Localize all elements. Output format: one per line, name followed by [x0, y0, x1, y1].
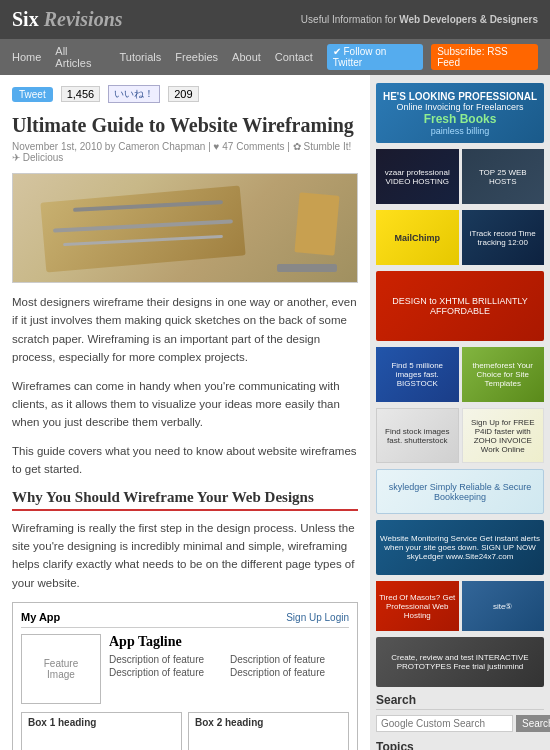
- revisions-text: Revisions: [44, 8, 123, 30]
- nav-social: ✔ Follow on Twitter Subscribe: RSS Feed: [327, 44, 538, 70]
- ad-pair-1: vzaar professional VIDEO HOSTING TOP 25 …: [376, 149, 544, 204]
- wireframe-tagline: App Tagline: [109, 634, 349, 650]
- ad-justinmind[interactable]: Create, review and test INTERACTIVE PROT…: [376, 637, 544, 687]
- wireframe-header: My App Sign Up Login: [21, 611, 349, 628]
- twitter-follow-button[interactable]: ✔ Follow on Twitter: [327, 44, 423, 70]
- ad-mailchimp[interactable]: MailChimp: [376, 210, 459, 265]
- ad-websitemon[interactable]: Website Monitoring Service Get instant a…: [376, 520, 544, 575]
- search-section: Search Search: [376, 693, 544, 732]
- ad-site5[interactable]: site⑤: [462, 581, 545, 631]
- wireframe-feature-grid: Description of feature Description of fe…: [109, 654, 349, 678]
- ad-pair-5: Tired Of Masots? Get Professional Web Ho…: [376, 581, 544, 631]
- topics-section: Topics AJAX CSS Design Showcase / Inspir…: [376, 740, 544, 750]
- body-paragraph-1: Most designers wireframe their designs i…: [12, 293, 358, 367]
- ad-design2xhtml[interactable]: DESIGN to XHTML BRILLIANTLY AFFORDABLE: [376, 271, 544, 341]
- site-title: Six Revisions: [12, 8, 123, 31]
- ad-bigstock[interactable]: Find 5 millione images fast. BIGSTOCK: [376, 347, 459, 402]
- nav-tutorials[interactable]: Tutorials: [119, 51, 161, 63]
- ad-vzaar[interactable]: vzaar professional VIDEO HOSTING: [376, 149, 459, 204]
- wireframe-boxes: Box 1 heading Box 2 heading Box 3 headin…: [21, 712, 349, 750]
- ad-pair-3: Find 5 millione images fast. BIGSTOCK th…: [376, 347, 544, 402]
- ad-paid[interactable]: Sign Up for FREE P4iD faster with ZOHO I…: [462, 408, 545, 463]
- tweet-button[interactable]: Tweet: [12, 87, 53, 102]
- site-header: Six Revisions Useful Information for Web…: [0, 0, 550, 39]
- nav-about[interactable]: About: [232, 51, 261, 63]
- wireframe-box-2: Box 2 heading: [188, 712, 349, 750]
- sidebar: HE'S LOOKING PROFESSIONAL Online Invoici…: [370, 75, 550, 750]
- search-input[interactable]: [376, 715, 513, 732]
- rss-subscribe-button[interactable]: Subscribe: RSS Feed: [431, 44, 538, 70]
- ad-itrack[interactable]: iTrack record Time tracking 12:00: [462, 210, 545, 265]
- main-nav: Home All Articles Tutorials Freebies Abo…: [0, 39, 550, 75]
- topics-section-title: Topics: [376, 740, 544, 750]
- wireframe-body: FeatureImage App Tagline Description of …: [21, 634, 349, 704]
- ad-pair-2: MailChimp iTrack record Time tracking 12…: [376, 210, 544, 265]
- section-1-heading: Why You Should Wireframe Your Web Design…: [12, 489, 358, 511]
- search-button[interactable]: Search: [516, 715, 550, 732]
- wireframe-auth-links: Sign Up Login: [286, 612, 349, 623]
- ad-shutterstock[interactable]: Find stock images fast. shutterstock: [376, 408, 459, 463]
- ad-pair-4: Find stock images fast. shutterstock Sig…: [376, 408, 544, 463]
- tagline: Useful Information for Web Developers & …: [301, 14, 538, 25]
- search-section-title: Search: [376, 693, 544, 710]
- page-layout: Tweet 1,456 いいね！ 209 Ultimate Guide to W…: [0, 75, 550, 750]
- hero-image: [12, 173, 358, 283]
- ad-freshbooks[interactable]: HE'S LOOKING PROFESSIONAL Online Invoici…: [376, 83, 544, 143]
- social-bar: Tweet 1,456 いいね！ 209: [12, 85, 358, 103]
- like-count: 209: [168, 86, 198, 102]
- ad-top25[interactable]: TOP 25 WEB HOSTS: [462, 149, 545, 204]
- ad-skyledger[interactable]: skyledger Simply Reliable & Secure Bookk…: [376, 469, 544, 514]
- search-row: Search: [376, 715, 544, 732]
- nav-all-articles[interactable]: All Articles: [55, 45, 105, 69]
- like-button[interactable]: いいね！: [108, 85, 160, 103]
- tweet-count: 1,456: [61, 86, 101, 102]
- article-title: Ultimate Guide to Website Wireframing: [12, 113, 358, 137]
- wireframe-box-1: Box 1 heading: [21, 712, 182, 750]
- nav-home[interactable]: Home: [12, 51, 41, 63]
- wireframe-app-name: My App: [21, 611, 60, 623]
- article-meta: November 1st, 2010 by Cameron Chapman | …: [12, 141, 358, 163]
- main-content: Tweet 1,456 いいね！ 209 Ultimate Guide to W…: [0, 75, 370, 750]
- wireframe-feature-image: FeatureImage: [21, 634, 101, 704]
- section-1-body: Wireframing is really the first step in …: [12, 519, 358, 593]
- nav-freebies[interactable]: Freebies: [175, 51, 218, 63]
- nav-contact[interactable]: Contact: [275, 51, 313, 63]
- ad-themeforest[interactable]: themeforest Your Choice for Site Templat…: [462, 347, 545, 402]
- wireframe-illustration: My App Sign Up Login FeatureImage App Ta…: [12, 602, 358, 750]
- body-paragraph-2: Wireframes can come in handy when you're…: [12, 377, 358, 432]
- body-paragraph-3: This guide covers what you need to know …: [12, 442, 358, 479]
- wireframe-features: App Tagline Description of feature Descr…: [109, 634, 349, 704]
- ad-webhosting[interactable]: Tired Of Masots? Get Professional Web Ho…: [376, 581, 459, 631]
